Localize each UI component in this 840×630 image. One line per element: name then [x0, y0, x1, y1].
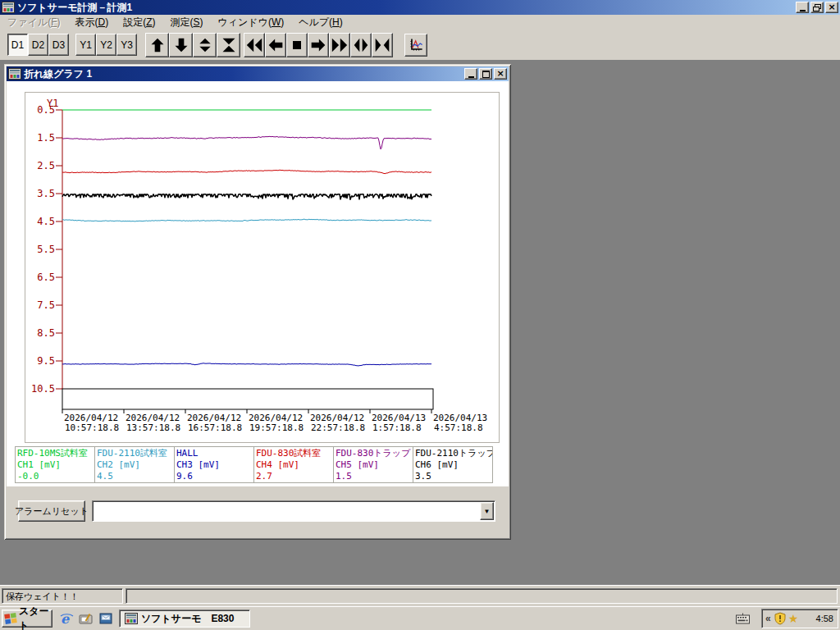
- mdi-area: 折れ線グラフ 1 × Y10.51.52.53.54.55.56.57.58.5…: [0, 60, 840, 585]
- fast-forward-button[interactable]: [329, 33, 350, 57]
- graph-close-button[interactable]: ×: [494, 68, 507, 80]
- svg-text:7.5: 7.5: [37, 299, 55, 311]
- scroll-down-button[interactable]: [169, 33, 193, 57]
- internet-explorer-icon[interactable]: e: [59, 611, 74, 626]
- window-title: ソフトサーモ計測－計測1: [17, 1, 132, 15]
- taskbar: スタート e ソフトサーモ E830 « ★ 4:58: [0, 606, 840, 630]
- graph-window: 折れ線グラフ 1 × Y10.51.52.53.54.55.56.57.58.5…: [4, 64, 511, 540]
- graph-window-titlebar[interactable]: 折れ線グラフ 1 ×: [7, 66, 509, 81]
- task-button-icon: [125, 613, 138, 624]
- step-right-button[interactable]: [308, 33, 329, 57]
- svg-text:16:57:18.8: 16:57:18.8: [188, 422, 242, 433]
- y1-button[interactable]: Y1: [75, 34, 96, 56]
- compress-vertical-button[interactable]: [217, 33, 240, 57]
- outlook-express-icon[interactable]: [98, 611, 113, 626]
- minimize-button[interactable]: [796, 2, 809, 13]
- tray-chevron-icon[interactable]: «: [765, 613, 771, 624]
- expand-vertical-button[interactable]: [193, 33, 217, 57]
- task-button-softthermo[interactable]: ソフトサーモ E830: [119, 609, 250, 628]
- d3-button[interactable]: D3: [48, 34, 69, 56]
- legend-cell-ch6: FDU-2110トラップCH6 [mV]3.5: [413, 446, 493, 483]
- menu-help[interactable]: ヘルプ(H): [291, 15, 350, 30]
- main-titlebar: ソフトサーモ計測－計測1 ×: [0, 0, 840, 15]
- legend-cell-ch3: HALLCH3 [mV]9.6: [174, 446, 254, 483]
- alarm-combobox[interactable]: ▼: [92, 500, 495, 522]
- svg-text:22:57:18.8: 22:57:18.8: [311, 422, 365, 433]
- svg-text:9.5: 9.5: [37, 355, 55, 367]
- graph-minimize-button[interactable]: [464, 68, 477, 80]
- svg-text:4:57:18.8: 4:57:18.8: [434, 422, 483, 433]
- menu-measure[interactable]: 測定(S): [162, 15, 210, 30]
- svg-text:6.5: 6.5: [37, 272, 55, 283]
- svg-text:3.5: 3.5: [37, 188, 55, 199]
- svg-text:10.5: 10.5: [31, 383, 55, 395]
- y2-button[interactable]: Y2: [96, 34, 116, 56]
- svg-text:8.5: 8.5: [37, 327, 55, 339]
- svg-text:0.5: 0.5: [37, 104, 55, 116]
- fast-rewind-button[interactable]: [244, 33, 265, 57]
- toolbar: D1D2D3Y1Y2Y3: [0, 30, 840, 60]
- keyboard-icon: [736, 613, 750, 624]
- y3-button[interactable]: Y3: [116, 34, 137, 56]
- start-label: スタート: [19, 605, 52, 630]
- clock: 4:58: [816, 614, 833, 623]
- status-bar: 保存ウェイト！！: [0, 585, 840, 606]
- control-panel: アラームリセット ▼: [7, 486, 509, 537]
- legend-cell-ch2: FDU-2110試料室CH2 [mV]4.5: [94, 446, 175, 483]
- combo-dropdown-button[interactable]: ▼: [480, 502, 494, 520]
- scroll-up-button[interactable]: [145, 33, 169, 57]
- stop-button[interactable]: [286, 33, 308, 57]
- menu-window[interactable]: ウィンドウ(W): [211, 15, 292, 30]
- menu-settings[interactable]: 設定(Z): [116, 15, 162, 30]
- system-tray: « ★ 4:58: [761, 609, 838, 628]
- window-controls: ×: [796, 2, 838, 13]
- expand-horizontal-button[interactable]: [350, 33, 372, 57]
- svg-text:4.5: 4.5: [37, 216, 55, 227]
- svg-text:10:57:18.8: 10:57:18.8: [65, 422, 119, 433]
- svg-text:e: e: [61, 611, 70, 626]
- svg-text:19:57:18.8: 19:57:18.8: [249, 422, 304, 433]
- d1-button[interactable]: D1: [7, 34, 28, 56]
- windows-logo-icon: [4, 612, 17, 625]
- graph-maximize-button[interactable]: [479, 68, 492, 80]
- graph-window-client: Y10.51.52.53.54.55.56.57.58.59.510.52026…: [7, 81, 509, 537]
- svg-text:2.5: 2.5: [37, 160, 55, 171]
- step-left-button[interactable]: [265, 33, 286, 57]
- alarm-reset-button[interactable]: アラームリセット: [18, 500, 85, 522]
- menu-view[interactable]: 表示(D): [67, 15, 116, 30]
- status-message: 保存ウェイト！！: [2, 588, 123, 604]
- compress-horizontal-button[interactable]: [372, 33, 393, 57]
- svg-text:1.5: 1.5: [37, 132, 55, 144]
- close-button[interactable]: ×: [825, 2, 838, 13]
- menu-file[interactable]: ファイル(F): [0, 15, 67, 30]
- graph-settings-button[interactable]: [404, 34, 427, 57]
- svg-text:1:57:18.8: 1:57:18.8: [372, 422, 422, 433]
- desktop: ソフトサーモ計測－計測1 × ファイル(F)表示(D)設定(Z)測定(S)ウィン…: [0, 0, 840, 630]
- legend-cell-ch4: FDU-830試料室CH4 [mV]2.7: [253, 446, 334, 483]
- svg-text:5.5: 5.5: [37, 244, 55, 255]
- chart-panel: Y10.51.52.53.54.55.56.57.58.59.510.52026…: [25, 92, 500, 443]
- star-icon[interactable]: ★: [788, 613, 799, 624]
- task-button-label: ソフトサーモ E830: [141, 612, 234, 626]
- graph-window-title: 折れ線グラフ 1: [24, 67, 92, 81]
- restore-button[interactable]: [810, 2, 824, 13]
- channel-legend: RFD-10MS試料室CH1 [mV]-0.0FDU-2110試料室CH2 [m…: [15, 446, 493, 483]
- menu-bar: ファイル(F)表示(D)設定(Z)測定(S)ウィンドウ(W)ヘルプ(H): [0, 15, 840, 30]
- svg-text:13:57:18.8: 13:57:18.8: [126, 422, 180, 433]
- legend-cell-ch1: RFD-10MS試料室CH1 [mV]-0.0: [15, 446, 95, 483]
- line-chart: Y10.51.52.53.54.55.56.57.58.59.510.52026…: [25, 93, 499, 442]
- graph-window-icon: [8, 68, 21, 80]
- legend-cell-ch5: FDU-830トラップCH5 [mV]1.5: [333, 446, 413, 483]
- graph-window-controls: ×: [464, 68, 507, 80]
- start-button[interactable]: スタート: [2, 609, 52, 628]
- d2-button[interactable]: D2: [28, 34, 48, 56]
- app-icon: [2, 2, 15, 13]
- show-desktop-icon[interactable]: [79, 611, 94, 626]
- status-panel-right: [126, 588, 838, 604]
- security-shield-icon[interactable]: [774, 612, 787, 625]
